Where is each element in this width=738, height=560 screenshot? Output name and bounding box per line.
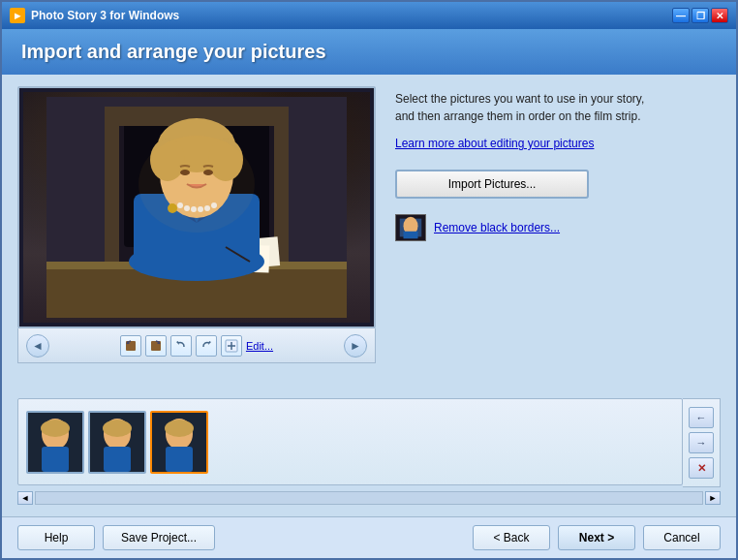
rotate-right-button[interactable] bbox=[145, 335, 167, 357]
photo-display bbox=[23, 92, 370, 323]
svg-rect-46 bbox=[42, 447, 69, 472]
thumb-inner-3 bbox=[152, 413, 206, 472]
thumb-inner-2 bbox=[90, 413, 144, 472]
app-icon: ▶ bbox=[10, 8, 25, 23]
content-area: ◄ bbox=[2, 75, 736, 516]
restore-button[interactable]: ❐ bbox=[692, 8, 709, 23]
thumbnail-3[interactable] bbox=[150, 411, 208, 474]
svg-point-29 bbox=[138, 136, 255, 233]
header-bar: Import and arrange your pictures bbox=[2, 29, 736, 75]
window-title: Photo Story 3 for Windows bbox=[31, 9, 672, 22]
svg-rect-42 bbox=[404, 232, 418, 239]
next-button[interactable]: Next > bbox=[558, 525, 635, 550]
cancel-button[interactable]: Cancel bbox=[643, 525, 721, 550]
scroll-left-button[interactable]: ◄ bbox=[17, 491, 33, 505]
filmstrip-area bbox=[17, 398, 683, 485]
svg-point-49 bbox=[103, 420, 132, 437]
main-window: ▶ Photo Story 3 for Windows — ❐ ✕ Import… bbox=[0, 0, 738, 560]
minimize-button[interactable]: — bbox=[672, 8, 690, 23]
main-row: ◄ bbox=[17, 86, 721, 390]
instruction-text: Select the pictures you want to use in y… bbox=[395, 90, 721, 125]
undo-button[interactable] bbox=[170, 335, 192, 357]
svg-point-45 bbox=[41, 420, 70, 437]
filmstrip-container: ← → ✕ bbox=[17, 398, 721, 487]
svg-rect-4 bbox=[105, 107, 119, 262]
toolbar-tools: Edit... bbox=[120, 335, 273, 357]
thumbnail-1[interactable] bbox=[26, 411, 84, 474]
close-button[interactable]: ✕ bbox=[711, 8, 728, 23]
scrollbar-row: ◄ ► bbox=[17, 491, 721, 505]
move-right-button[interactable]: → bbox=[689, 432, 714, 453]
delete-button[interactable]: ✕ bbox=[689, 457, 714, 479]
right-panel: Select the pictures you want to use in y… bbox=[395, 86, 721, 390]
import-pictures-button[interactable]: Import Pictures... bbox=[395, 170, 589, 199]
filmstrip-side-buttons: ← → ✕ bbox=[683, 398, 721, 487]
photo-svg bbox=[46, 97, 347, 318]
bottom-bar: Help Save Project... < Back Next > Cance… bbox=[2, 516, 736, 558]
left-panel: ◄ bbox=[17, 86, 376, 390]
back-button[interactable]: < Back bbox=[473, 525, 550, 550]
svg-rect-54 bbox=[166, 447, 193, 472]
thumbnail-2[interactable] bbox=[88, 411, 146, 474]
photo-frame bbox=[17, 86, 376, 328]
title-bar: ▶ Photo Story 3 for Windows — ❐ ✕ bbox=[2, 2, 736, 29]
learn-more-link[interactable]: Learn more about editing your pictures bbox=[395, 137, 721, 150]
rotate-left-button[interactable] bbox=[120, 335, 141, 357]
remove-borders-link[interactable]: Remove black borders... bbox=[434, 221, 560, 234]
scrollbar-track[interactable] bbox=[35, 491, 703, 505]
redo-button[interactable] bbox=[196, 335, 217, 357]
remove-borders-icon bbox=[395, 214, 426, 241]
edit-icon-btn[interactable] bbox=[221, 335, 242, 357]
thumb-inner-1 bbox=[28, 413, 82, 472]
filmstrip-thumbnails bbox=[26, 411, 674, 474]
move-left-button[interactable]: ← bbox=[689, 407, 714, 428]
next-photo-button[interactable]: ► bbox=[344, 334, 367, 358]
help-button[interactable]: Help bbox=[17, 525, 95, 550]
remove-borders-row: Remove black borders... bbox=[395, 214, 721, 241]
svg-rect-50 bbox=[104, 447, 131, 472]
svg-point-53 bbox=[165, 420, 194, 437]
photo-toolbar: ◄ bbox=[17, 328, 376, 363]
scroll-right-button[interactable]: ► bbox=[705, 491, 721, 505]
prev-photo-button[interactable]: ◄ bbox=[26, 334, 49, 358]
title-bar-buttons: — ❐ ✕ bbox=[672, 8, 728, 23]
edit-link[interactable]: Edit... bbox=[246, 340, 273, 352]
page-title: Import and arrange your pictures bbox=[21, 41, 717, 63]
save-project-button[interactable]: Save Project... bbox=[103, 525, 215, 550]
